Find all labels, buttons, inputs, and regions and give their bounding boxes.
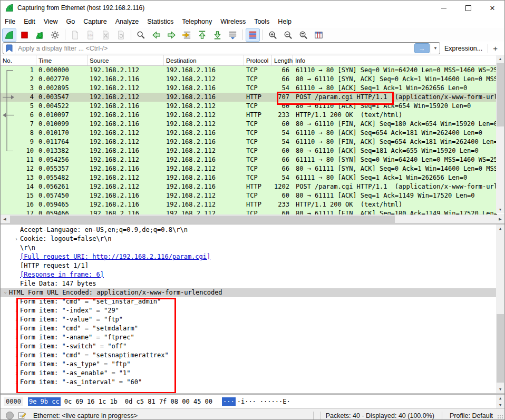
detail-line[interactable]: ›Form item: "-as_type" = "ftp" xyxy=(1,360,504,369)
add-filter-button[interactable]: + xyxy=(488,44,502,53)
colorize-button[interactable] xyxy=(246,28,260,42)
packet-row[interactable]: 90.011764192.168.2.112192.168.2.116TCP54… xyxy=(1,138,497,146)
expand-arrow-icon[interactable]: › xyxy=(13,235,20,243)
start-capture-button[interactable] xyxy=(2,28,16,42)
expand-arrow-icon[interactable]: › xyxy=(13,342,20,351)
column-header-length[interactable]: Length xyxy=(272,55,293,65)
zoom-out-button[interactable] xyxy=(281,28,295,42)
packet-row[interactable]: 60.010097192.168.2.116192.168.2.112HTTP2… xyxy=(1,111,497,120)
expand-arrow-icon[interactable]: › xyxy=(13,378,20,387)
expand-arrow-icon[interactable]: › xyxy=(13,369,20,378)
column-header-time[interactable]: Time xyxy=(36,55,88,65)
menu-tools[interactable]: Tools xyxy=(250,16,274,27)
detail-link-text[interactable]: [Full request URI: http://192.168.2.116/… xyxy=(20,252,210,261)
detail-line[interactable]: ›Form item: "-as_interval" = "60" xyxy=(1,378,504,387)
close-button[interactable]: ✕ xyxy=(480,1,504,15)
hex-ascii[interactable]: ······E· xyxy=(260,398,290,405)
packet-list-hscrollbar[interactable]: ◀ ▶ xyxy=(1,214,504,223)
detail-line[interactable]: ›Form item: "-aname" = "ftprec" xyxy=(1,333,504,342)
hex-bytes[interactable]: 0c 69 16 1c 1b xyxy=(64,398,118,405)
find-packet-button[interactable] xyxy=(134,28,148,42)
menu-file[interactable]: File xyxy=(1,16,20,27)
scroll-up-icon[interactable]: ▲ xyxy=(496,55,504,63)
expand-arrow-icon[interactable]: › xyxy=(13,306,20,315)
packet-row[interactable]: 100.013382192.168.2.116192.168.2.112TCP6… xyxy=(1,146,497,155)
resize-grip[interactable] xyxy=(497,415,503,420)
packet-row[interactable]: 170.059466192.168.2.116192.168.2.112TCP6… xyxy=(1,209,497,214)
column-header-info[interactable]: Info xyxy=(293,55,504,65)
menu-statistics[interactable]: Statistics xyxy=(143,16,178,27)
expand-arrow-icon[interactable]: › xyxy=(13,315,20,324)
expand-arrow-icon[interactable]: › xyxy=(13,333,20,342)
detail-line[interactable]: ›Form item: "-switch" = "off" xyxy=(1,342,504,351)
display-filter-input[interactable] xyxy=(15,45,414,52)
packet-row[interactable]: 150.057450192.168.2.116192.168.2.112TCP6… xyxy=(1,191,497,200)
maximize-button[interactable] xyxy=(456,1,480,15)
collapse-arrow-icon[interactable]: › xyxy=(1,289,10,297)
detail-line[interactable]: ›Form item: "-as_enable" = "1" xyxy=(1,369,504,378)
expression-button[interactable]: Expression... xyxy=(444,45,482,52)
packet-row[interactable]: 30.002895192.168.2.112192.168.2.116TCP54… xyxy=(1,84,497,93)
packet-row[interactable]: 140.056261192.168.2.112192.168.2.116HTTP… xyxy=(1,182,497,191)
detail-line[interactable]: [HTTP request 1/1] xyxy=(1,261,504,270)
hex-ascii[interactable]: ·i··· xyxy=(237,398,256,405)
packet-list-scrollbar[interactable]: ▲ ▼ xyxy=(496,55,504,213)
detail-line[interactable]: ›Cookie: logout=false\r\n xyxy=(1,235,504,243)
menu-edit[interactable]: Edit xyxy=(20,16,40,27)
column-header-destination[interactable]: Destination xyxy=(164,55,244,65)
column-header-no[interactable]: No. xyxy=(1,55,36,65)
hex-scrollbar[interactable]: ▲ ▼ xyxy=(496,395,504,408)
packet-row[interactable]: 70.010099192.168.2.116192.168.2.112TCP60… xyxy=(1,120,497,129)
go-forward-button[interactable] xyxy=(164,28,179,42)
zoom-reset-button[interactable] xyxy=(296,28,310,42)
menu-wireless[interactable]: Wireless xyxy=(216,16,250,27)
filter-dropdown-button[interactable]: ▼ xyxy=(431,43,440,54)
expand-arrow-icon[interactable]: › xyxy=(13,351,20,360)
expert-info-icon[interactable] xyxy=(6,412,14,419)
detail-line[interactable]: ›Form item: "-index" = "29" xyxy=(1,306,504,315)
go-to-packet-button[interactable] xyxy=(180,28,194,42)
packet-row[interactable]: 50.004522192.168.2.116192.168.2.112TCP60… xyxy=(1,102,497,111)
capture-comment-icon[interactable] xyxy=(18,412,26,419)
scroll-down-icon[interactable]: ▼ xyxy=(496,206,504,213)
packet-list-scroll-thumb[interactable] xyxy=(497,63,504,126)
detail-line[interactable]: ›Form item: "cmd" = "set_instar_admin" xyxy=(1,297,504,306)
auto-scroll-button[interactable] xyxy=(226,28,240,42)
menu-view[interactable]: View xyxy=(40,16,62,27)
packet-row[interactable]: 40.003547192.168.2.112192.168.2.116HTTP7… xyxy=(1,93,497,102)
detail-line[interactable]: ›HTML Form URL Encoded: application/x-ww… xyxy=(1,288,498,297)
packet-row[interactable]: 160.059465192.168.2.116192.168.2.112HTTP… xyxy=(1,200,497,209)
detail-line[interactable]: Accept-Language: en-US,en;q=0.9,de;q=0.8… xyxy=(1,226,504,235)
packet-row[interactable]: 80.010170192.168.2.112192.168.2.116TCP54… xyxy=(1,129,497,138)
scroll-left-icon[interactable]: ◀ xyxy=(1,215,9,223)
menu-help[interactable]: Help xyxy=(274,16,296,27)
profile-text[interactable]: Profile: Default xyxy=(445,412,497,419)
expand-arrow-icon[interactable]: › xyxy=(13,297,20,306)
scroll-down-icon[interactable]: ▼ xyxy=(496,401,504,409)
detail-scrollbar[interactable]: ▲ ▼ xyxy=(496,224,504,393)
detail-line[interactable]: [Response in frame: 6] xyxy=(1,270,504,279)
minimize-button[interactable] xyxy=(432,1,456,15)
detail-scroll-thumb[interactable] xyxy=(497,314,504,383)
column-header-protocol[interactable]: Protocol xyxy=(244,55,272,65)
menu-go[interactable]: Go xyxy=(62,16,80,27)
resize-columns-button[interactable] xyxy=(312,28,326,42)
expand-arrow-icon[interactable]: › xyxy=(13,360,20,369)
scroll-right-icon[interactable]: ▶ xyxy=(496,215,504,223)
detail-link-text[interactable]: [Response in frame: 6] xyxy=(20,270,104,279)
scroll-up-icon[interactable]: ▲ xyxy=(496,224,504,232)
filter-bookmark-button[interactable] xyxy=(3,43,15,54)
capture-options-button[interactable] xyxy=(48,28,62,42)
packet-row[interactable]: 120.055357192.168.2.116192.168.2.112TCP6… xyxy=(1,164,497,173)
menu-analyze[interactable]: Analyze xyxy=(111,16,143,27)
restart-capture-button[interactable] xyxy=(33,28,47,42)
hex-ascii-selected[interactable]: ··· xyxy=(222,397,236,406)
apply-filter-button[interactable]: → xyxy=(414,43,430,53)
detail-line[interactable]: ›Form item: "cmd" = "setsnaptimerattrex" xyxy=(1,351,504,360)
go-first-button[interactable] xyxy=(195,28,209,42)
expand-arrow-icon[interactable]: › xyxy=(13,324,20,333)
go-last-button[interactable] xyxy=(210,28,225,42)
packet-row[interactable]: 110.054256192.168.2.112192.168.2.116TCP6… xyxy=(1,155,497,164)
zoom-in-button[interactable] xyxy=(266,28,280,42)
go-back-button[interactable] xyxy=(149,28,163,42)
